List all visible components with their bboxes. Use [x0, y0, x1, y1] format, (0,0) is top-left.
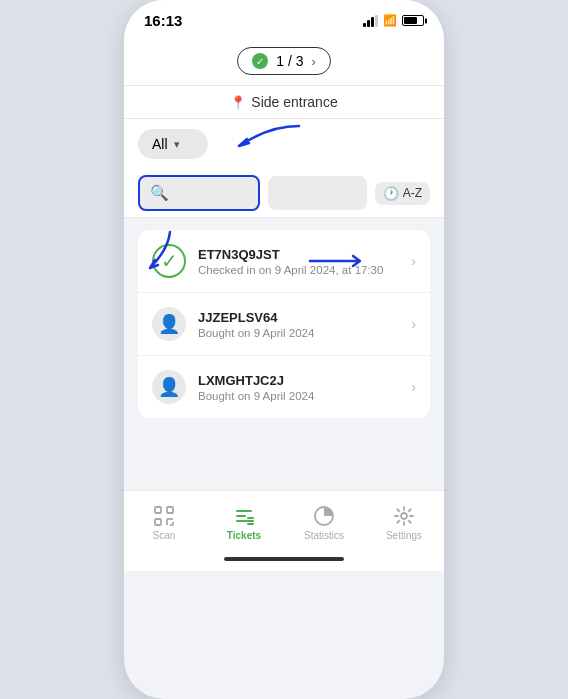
nav-statistics-label: Statistics — [304, 530, 344, 541]
svg-rect-1 — [167, 507, 173, 513]
status-icons: 📶 — [363, 14, 424, 27]
search-input-rest — [268, 176, 366, 210]
annotation-arrow-2 — [138, 230, 180, 280]
settings-icon — [393, 505, 415, 527]
nav-item-tickets[interactable]: Tickets — [204, 501, 284, 545]
ticket-code-2: JJZEPLSV64 — [198, 310, 399, 325]
nav-tickets-label: Tickets — [227, 530, 261, 541]
ticket-status-3: Bought on 9 April 2024 — [198, 390, 399, 402]
search-icon: 🔍 — [150, 184, 169, 202]
ticket-item-1[interactable]: ✓ ET7N3Q9JST Checked in on 9 April 2024,… — [138, 230, 430, 293]
nav-item-scan[interactable]: Scan — [124, 501, 204, 545]
location-pin-icon: 📍 — [230, 95, 246, 110]
counter-pill[interactable]: ✓ 1 / 3 › — [237, 47, 331, 75]
scan-icon — [153, 505, 175, 527]
search-row: 🔍 🕐 A-Z — [124, 169, 444, 218]
svg-rect-2 — [155, 519, 161, 525]
person-icon-3: 👤 — [158, 376, 180, 398]
battery-icon — [402, 15, 424, 26]
annotation-arrow-3 — [305, 252, 375, 270]
ticket-chevron-1: › — [411, 253, 416, 269]
nav-item-settings[interactable]: Settings — [364, 501, 444, 545]
nav-scan-label: Scan — [153, 530, 176, 541]
ticket-info-2: JJZEPLSV64 Bought on 9 April 2024 — [198, 310, 399, 339]
filter-dropdown[interactable]: All ▾ — [138, 129, 208, 159]
spacer — [124, 430, 444, 490]
sort-clock-icon: 🕐 — [383, 186, 399, 201]
location-bar: 📍 Side entrance — [124, 86, 444, 119]
ticket-unchecked-icon-3: 👤 — [152, 370, 186, 404]
filter-row: All ▾ — [124, 119, 444, 169]
nav-item-statistics[interactable]: Statistics — [284, 501, 364, 545]
ticket-item-3[interactable]: 👤 LXMGHTJC2J Bought on 9 April 2024 › — [138, 356, 430, 418]
signal-icon — [363, 15, 378, 27]
ticket-item-2[interactable]: 👤 JJZEPLSV64 Bought on 9 April 2024 › — [138, 293, 430, 356]
ticket-chevron-3: › — [411, 379, 416, 395]
dropdown-arrow-icon: ▾ — [174, 138, 180, 151]
status-bar: 16:13 📶 — [124, 0, 444, 37]
ticket-info-3: LXMGHTJC2J Bought on 9 April 2024 — [198, 373, 399, 402]
person-icon-2: 👤 — [158, 313, 180, 335]
ticket-status-2: Bought on 9 April 2024 — [198, 327, 399, 339]
annotation-arrow-1 — [214, 121, 304, 161]
location-text: Side entrance — [251, 94, 337, 110]
counter-chevron-icon: › — [311, 54, 315, 69]
search-box[interactable]: 🔍 — [138, 175, 260, 211]
counter-check-icon: ✓ — [252, 53, 268, 69]
svg-point-11 — [401, 513, 407, 519]
home-indicator — [124, 551, 444, 571]
filter-label: All — [152, 136, 168, 152]
ticket-list: ✓ ET7N3Q9JST Checked in on 9 April 2024,… — [124, 218, 444, 430]
counter-text: 1 / 3 — [276, 53, 303, 69]
ticket-chevron-2: › — [411, 316, 416, 332]
tickets-icon — [233, 505, 255, 527]
svg-rect-0 — [155, 507, 161, 513]
ticket-code-3: LXMGHTJC2J — [198, 373, 399, 388]
sort-az-label: A-Z — [403, 186, 422, 200]
statistics-icon — [313, 505, 335, 527]
status-time: 16:13 — [144, 12, 182, 29]
ticket-unchecked-icon-2: 👤 — [152, 307, 186, 341]
sort-buttons[interactable]: 🕐 A-Z — [375, 182, 430, 205]
counter-bar: ✓ 1 / 3 › — [124, 37, 444, 86]
wifi-icon: 📶 — [383, 14, 397, 27]
home-bar — [224, 557, 344, 561]
ticket-card: ✓ ET7N3Q9JST Checked in on 9 April 2024,… — [138, 230, 430, 418]
nav-settings-label: Settings — [386, 530, 422, 541]
bottom-nav: Scan Tickets — [124, 490, 444, 551]
